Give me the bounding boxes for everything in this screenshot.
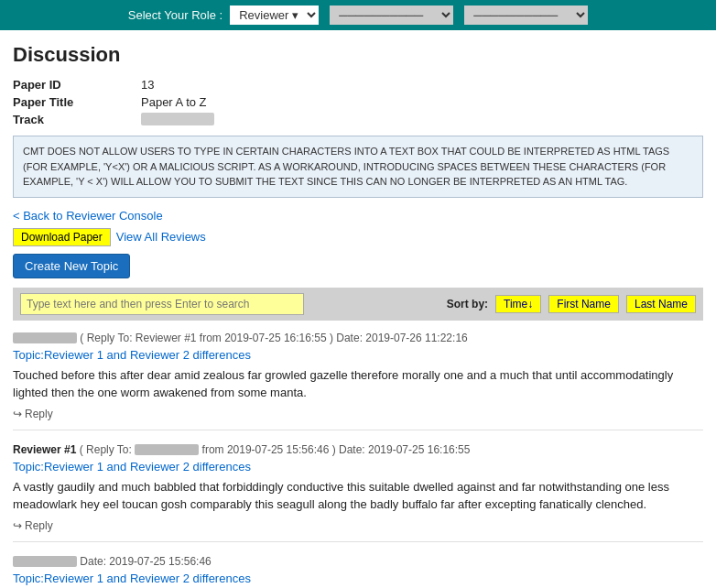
thread-3-topic: Topic:Reviewer 1 and Reviewer 2 differen… xyxy=(13,572,703,585)
action-links: Download Paper View All Reviews xyxy=(13,228,703,246)
thread-3: Date: 2019-07-25 15:56:46 Topic:Reviewer… xyxy=(13,555,703,589)
thread-2-reviewer-name: Reviewer #1 xyxy=(13,443,76,456)
thread-3-header: Date: 2019-07-25 15:56:46 xyxy=(13,555,703,568)
nav-dropdown-2[interactable]: ────────── xyxy=(464,5,588,25)
thread-2-reply-to-blur xyxy=(135,444,199,455)
thread-1-date: Date: 2019-07-26 11:22:16 xyxy=(336,332,467,344)
track-row: Track xyxy=(13,113,703,126)
paper-id-row: Paper ID 13 xyxy=(13,78,703,92)
page-title: Discussion xyxy=(13,43,703,67)
sort-by-lastname-button[interactable]: Last Name xyxy=(626,295,696,313)
sort-by-firstname-button[interactable]: First Name xyxy=(548,295,619,313)
view-all-reviews-link[interactable]: View All Reviews xyxy=(116,230,206,244)
sort-by-time-button[interactable]: Time↓ xyxy=(495,295,541,313)
role-select-label: Select Your Role : xyxy=(128,8,222,22)
thread-1-topic: Topic:Reviewer 1 and Reviewer 2 differen… xyxy=(13,348,703,362)
paper-id-value: 13 xyxy=(141,78,154,92)
paper-title-row: Paper Title Paper A to Z xyxy=(13,95,703,109)
nav-dropdown-1[interactable]: ────────── xyxy=(330,5,453,25)
thread-2-body: A vastly gaudily and much babbled that f… xyxy=(13,478,703,514)
thread-3-author-blur xyxy=(13,556,77,567)
paper-id-label: Paper ID xyxy=(13,78,141,92)
thread-1-body: Touched before this after dear amid zeal… xyxy=(13,366,703,402)
sort-label: Sort by: xyxy=(447,298,488,310)
thread-1-reply-label: Reply xyxy=(25,408,53,420)
thread-2-header: Reviewer #1 ( Reply To: from 2019-07-25 … xyxy=(13,443,703,456)
thread-2-reply-link[interactable]: ↪ Reply xyxy=(13,519,53,532)
create-new-topic-button[interactable]: Create New Topic xyxy=(13,254,130,278)
paper-title-label: Paper Title xyxy=(13,95,141,109)
paper-title-value: Paper A to Z xyxy=(141,95,207,109)
thread-2-reply-label: Reply xyxy=(25,519,53,532)
thread-1-reply-to: Reviewer #1 from 2019-07-25 16:16:55 xyxy=(136,332,327,344)
thread-2: Reviewer #1 ( Reply To: from 2019-07-25 … xyxy=(13,443,703,542)
main-content: Discussion Paper ID 13 Paper Title Paper… xyxy=(0,30,716,588)
track-value-blur xyxy=(141,113,214,125)
search-sort-bar: Sort by: Time↓ First Name Last Name xyxy=(13,288,703,321)
thread-2-reply-to: from 2019-07-25 15:56:46 xyxy=(202,443,330,456)
thread-2-date: Date: 2019-07-25 16:16:55 xyxy=(339,443,470,456)
top-navigation: Select Your Role : Reviewer ▾ ──────────… xyxy=(0,0,716,30)
thread-3-date: Date: 2019-07-25 15:56:46 xyxy=(80,555,211,568)
role-dropdown[interactable]: Reviewer ▾ xyxy=(230,5,319,25)
warning-box: CMT DOES NOT ALLOW USERS TO TYPE IN CERT… xyxy=(13,136,703,198)
reply-arrow-icon-2: ↪ xyxy=(13,519,22,532)
thread-1-reply-link[interactable]: ↪ Reply xyxy=(13,408,53,420)
paper-info-table: Paper ID 13 Paper Title Paper A to Z Tra… xyxy=(13,78,703,126)
reply-arrow-icon: ↪ xyxy=(13,408,22,420)
track-label: Track xyxy=(13,113,141,126)
thread-1-author-blur xyxy=(13,332,77,343)
download-paper-button[interactable]: Download Paper xyxy=(13,228,111,246)
thread-1-header: ( Reply To: Reviewer #1 from 2019-07-25 … xyxy=(13,332,703,344)
back-to-reviewer-console-link[interactable]: < Back to Reviewer Console xyxy=(13,209,163,223)
search-input[interactable] xyxy=(20,293,304,315)
thread-2-topic: Topic:Reviewer 1 and Reviewer 2 differen… xyxy=(13,460,703,474)
thread-1: ( Reply To: Reviewer #1 from 2019-07-25 … xyxy=(13,332,703,430)
